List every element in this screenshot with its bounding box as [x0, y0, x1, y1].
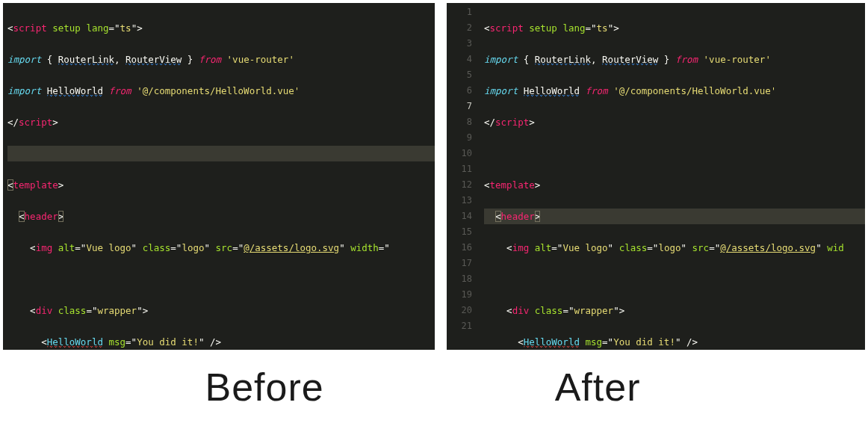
code-after[interactable]: <script setup lang="ts"> import { Router… [480, 3, 865, 350]
comparison-labels: Before After [0, 365, 868, 410]
line-number[interactable]: 1 [448, 4, 472, 20]
line-number[interactable]: 15 [448, 224, 472, 240]
code-before[interactable]: <script setup lang="ts"> import { Router… [3, 3, 435, 350]
line-number[interactable]: 11 [448, 161, 472, 177]
line-number[interactable]: 13 [448, 193, 472, 209]
line-number[interactable]: 20 [448, 303, 472, 318]
line-number[interactable]: 19 [448, 287, 472, 303]
line-number-gutter[interactable]: 1 2 3 4 5 6 7 8 9 10 11 12 13 14 15 16 1… [447, 3, 480, 350]
line-number[interactable]: 3 [448, 36, 472, 52]
editor-after: 1 2 3 4 5 6 7 8 9 10 11 12 13 14 15 16 1… [447, 3, 865, 350]
line-number[interactable]: 21 [448, 318, 472, 334]
label-before: Before [205, 365, 323, 410]
line-number[interactable]: 2 [448, 20, 472, 36]
line-number[interactable]: 14 [448, 209, 472, 224]
line-number[interactable]: 18 [448, 271, 472, 287]
line-number[interactable]: 8 [448, 114, 472, 130]
comparison-container: <script setup lang="ts"> import { Router… [0, 0, 868, 353]
line-number[interactable]: 9 [448, 130, 472, 146]
line-number[interactable]: 6 [448, 83, 472, 99]
line-number[interactable]: 4 [448, 52, 472, 67]
line-number[interactable]: 10 [448, 146, 472, 161]
editor-before: <script setup lang="ts"> import { Router… [3, 3, 435, 350]
line-number[interactable]: 17 [448, 256, 472, 271]
line-number-active[interactable]: 7 [448, 99, 472, 114]
line-number[interactable]: 16 [448, 240, 472, 256]
label-after: After [555, 365, 641, 410]
line-number[interactable]: 5 [448, 67, 472, 83]
line-number[interactable]: 12 [448, 177, 472, 193]
